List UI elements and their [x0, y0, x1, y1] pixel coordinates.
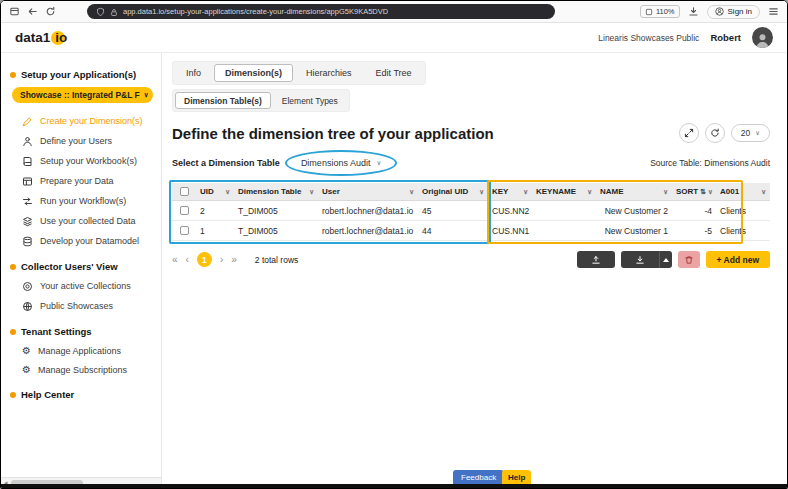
- user-icon: [22, 136, 33, 147]
- chevron-down-icon[interactable]: ∨: [585, 188, 592, 196]
- sidebar-item-label: Manage Subscriptions: [38, 365, 127, 375]
- dimension-table: UID∨ Dimension Table∨ User∨ Original UID…: [172, 183, 770, 241]
- delete-button[interactable]: [678, 251, 700, 268]
- chevron-down-icon[interactable]: ∨: [521, 188, 528, 196]
- tab-dimensions[interactable]: Dimension(s): [214, 64, 293, 82]
- download-button[interactable]: [621, 251, 659, 268]
- expand-button[interactable]: [679, 123, 699, 143]
- dimension-table-select[interactable]: Dimensions Audit ∨: [296, 156, 386, 170]
- row-checkbox[interactable]: [180, 206, 189, 215]
- sidebar-item-define-users[interactable]: Define your Users: [10, 131, 155, 151]
- refresh-button[interactable]: [705, 123, 725, 143]
- bullet-icon: [10, 329, 16, 335]
- chevron-down-icon[interactable]: ∨: [407, 188, 414, 196]
- avatar[interactable]: [752, 27, 773, 48]
- cell-a001[interactable]: Clients: [716, 201, 770, 220]
- column-header-name[interactable]: NAME∨: [596, 183, 672, 200]
- cell-key[interactable]: CUS.NN2: [488, 201, 532, 220]
- page-title: Define the dimension tree of your applic…: [172, 125, 494, 142]
- sidebar-item-create-dimensions[interactable]: Create your Dimension(s): [10, 111, 155, 131]
- application-selector-label: Showcase :: Integrated P&L F: [20, 90, 140, 100]
- menu-icon[interactable]: [768, 6, 779, 17]
- column-header-uid[interactable]: UID∨: [196, 183, 234, 200]
- tab-info[interactable]: Info: [175, 64, 212, 82]
- first-page-icon[interactable]: «: [172, 254, 178, 265]
- chevron-down-icon[interactable]: ∨: [661, 188, 668, 196]
- column-header-key[interactable]: KEY∨: [488, 183, 532, 200]
- lock-icon: [110, 4, 118, 19]
- column-header-original-uid[interactable]: Original UID∨: [418, 183, 488, 200]
- subtab-dimension-tables[interactable]: Dimension Table(s): [175, 92, 271, 109]
- cell-keyname[interactable]: [532, 221, 596, 240]
- cell-name[interactable]: New Customer 2: [596, 201, 672, 220]
- tab-overview-icon[interactable]: [9, 6, 20, 17]
- download-options-button[interactable]: [659, 251, 672, 268]
- tab-hierarchies[interactable]: Hierarchies: [295, 64, 363, 82]
- download-icon[interactable]: [688, 6, 699, 17]
- bullet-icon: [10, 264, 16, 270]
- gear-icon: ⚙: [22, 365, 31, 375]
- dimension-table-select-value: Dimensions Audit: [301, 158, 371, 168]
- sidebar-item-public-showcases[interactable]: Public Showcases: [10, 296, 155, 316]
- feedback-button[interactable]: Feedback: [453, 470, 504, 484]
- subtab-bar: Dimension Table(s) Element Types: [172, 89, 350, 112]
- sidebar-item-develop-datamodel[interactable]: Develop your Datamodel: [10, 231, 155, 251]
- sidebar-item-prepare-data[interactable]: Prepare your Data: [10, 171, 155, 191]
- sidebar-item-active-collections[interactable]: Your active Collections: [10, 276, 155, 296]
- shield-icon[interactable]: [96, 4, 105, 19]
- table-row[interactable]: 1 T_DIM005 robert.lochner@data1.io 44 CU…: [172, 221, 770, 241]
- sign-in-label: Sign in: [728, 7, 752, 16]
- column-header-sort[interactable]: SORT⇅∨: [672, 183, 716, 200]
- application-selector[interactable]: Showcase :: Integrated P&L F ∨: [12, 87, 153, 103]
- tab-edit-tree[interactable]: Edit Tree: [365, 64, 423, 82]
- sidebar-item-label: Public Showcases: [40, 301, 113, 311]
- column-header-a001[interactable]: A001∨: [716, 183, 770, 200]
- cell-user: robert.lochner@data1.io: [318, 201, 418, 220]
- last-page-icon[interactable]: »: [231, 254, 237, 265]
- reload-icon[interactable]: [45, 6, 56, 17]
- upload-button[interactable]: [577, 251, 615, 268]
- column-header-dimension-table[interactable]: Dimension Table∨: [234, 183, 318, 200]
- sidebar: Setup your Application(s) Showcase :: In…: [1, 53, 162, 488]
- sidebar-item-use-collected-data[interactable]: Use your collected Data: [10, 211, 155, 231]
- subtab-element-types[interactable]: Element Types: [273, 92, 347, 109]
- chevron-down-icon[interactable]: ∨: [759, 188, 766, 196]
- cell-sort[interactable]: -4: [672, 201, 716, 220]
- cell-name[interactable]: New Customer 1: [596, 221, 672, 240]
- browser-window: app.data1.io/setup-your-applications/cre…: [0, 0, 788, 489]
- sign-in-button[interactable]: Sign in: [707, 5, 760, 19]
- sidebar-section-setup: Setup your Application(s): [10, 69, 155, 80]
- help-button[interactable]: Help: [502, 470, 531, 484]
- current-page-button[interactable]: 1: [197, 252, 212, 267]
- cell-a001[interactable]: Clients: [716, 221, 770, 240]
- sidebar-item-manage-subscriptions[interactable]: ⚙ Manage Subscriptions: [10, 360, 155, 379]
- select-all-checkbox[interactable]: [180, 187, 189, 196]
- address-bar[interactable]: app.data1.io/setup-your-applications/cre…: [87, 4, 555, 19]
- row-checkbox[interactable]: [180, 226, 189, 235]
- logo-text: data1: [15, 30, 50, 45]
- add-new-button[interactable]: + Add new: [706, 251, 770, 268]
- cell-keyname[interactable]: [532, 201, 596, 220]
- cell-key[interactable]: CUS.NN1: [488, 221, 532, 240]
- cell-sort[interactable]: -5: [672, 221, 716, 240]
- column-header-user[interactable]: User∨: [318, 183, 418, 200]
- sidebar-item-run-workflows[interactable]: Run your Workflow(s): [10, 191, 155, 211]
- chevron-down-icon[interactable]: ∨: [223, 188, 230, 196]
- next-page-icon[interactable]: ›: [220, 254, 223, 265]
- app-logo[interactable]: data1 io: [15, 30, 67, 45]
- table-row[interactable]: 2 T_DIM005 robert.lochner@data1.io 45 CU…: [172, 201, 770, 221]
- previous-page-icon[interactable]: ‹: [186, 254, 189, 265]
- tab-bar: Info Dimension(s) Hierarchies Edit Tree: [172, 61, 426, 85]
- back-icon[interactable]: [27, 6, 38, 17]
- page-size-select[interactable]: 20 ∨: [731, 124, 770, 142]
- sidebar-item-manage-applications[interactable]: ⚙ Manage Applications: [10, 341, 155, 360]
- chevron-down-icon: ∨: [144, 91, 149, 99]
- chevron-down-icon[interactable]: ∨: [307, 188, 314, 196]
- zoom-control[interactable]: 110%: [640, 5, 680, 18]
- sidebar-section-help[interactable]: Help Center: [10, 389, 155, 400]
- chevron-down-icon[interactable]: ∨: [706, 188, 713, 196]
- sidebar-item-setup-workbooks[interactable]: Setup your Workbook(s): [10, 151, 155, 171]
- table-actions: + Add new: [577, 251, 770, 268]
- chevron-down-icon[interactable]: ∨: [477, 188, 484, 196]
- column-header-keyname[interactable]: KEYNAME∨: [532, 183, 596, 200]
